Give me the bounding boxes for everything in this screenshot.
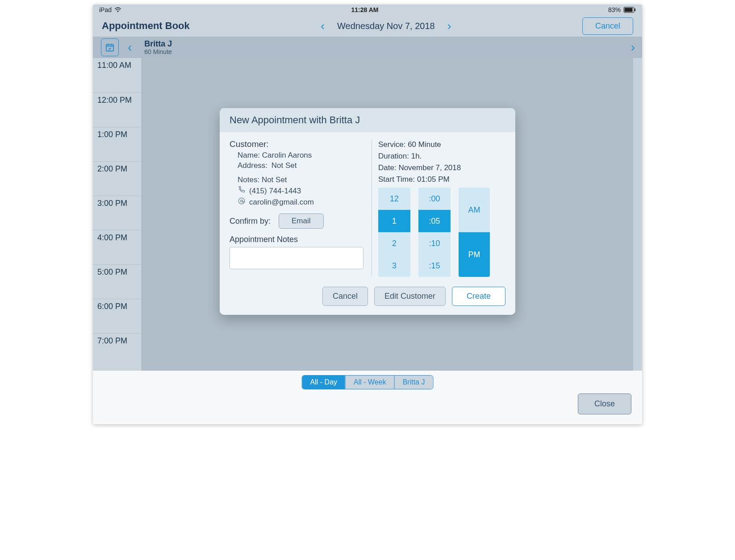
ampm-picker-column[interactable]: AM PM bbox=[459, 188, 490, 277]
time-label: 1:00 PM bbox=[97, 130, 127, 139]
minute-option[interactable]: :10 bbox=[418, 232, 451, 255]
service-label: Service: bbox=[378, 140, 405, 149]
modal-cancel-button[interactable]: Cancel bbox=[322, 287, 368, 306]
ampm-option[interactable]: AM bbox=[459, 188, 490, 232]
svg-point-0 bbox=[117, 12, 118, 13]
segment-staff[interactable]: Britta J bbox=[394, 376, 433, 389]
svg-rect-2 bbox=[624, 8, 632, 12]
edit-customer-button[interactable]: Edit Customer bbox=[374, 287, 446, 306]
hour-option[interactable]: 12 bbox=[378, 188, 410, 210]
time-column: 11:00 AM 12:00 PM 1:00 PM 2:00 PM 3:00 P… bbox=[93, 58, 142, 371]
appointment-notes-label: Appointment Notes bbox=[230, 235, 363, 244]
time-label: 12:00 PM bbox=[97, 96, 132, 105]
confirm-by-label: Confirm by: bbox=[230, 217, 271, 226]
start-time-label: Start Time: bbox=[378, 175, 415, 184]
hour-picker-column[interactable]: 12 1 2 3 bbox=[378, 188, 410, 277]
device-label: iPad bbox=[99, 6, 112, 13]
app-window: iPad 11:28 AM 83% Appointment Book ‹ Wed… bbox=[93, 4, 642, 424]
wifi-icon bbox=[114, 7, 121, 13]
segment-all-day[interactable]: All - Day bbox=[302, 376, 345, 389]
view-segmented: All - Day All - Week Britta J bbox=[302, 375, 434, 389]
svg-rect-4 bbox=[106, 45, 114, 51]
segment-all-week[interactable]: All - Week bbox=[345, 376, 394, 389]
time-label: 3:00 PM bbox=[97, 199, 127, 208]
next-day-button[interactable]: › bbox=[447, 20, 451, 32]
customer-notes: Not Set bbox=[262, 176, 287, 184]
create-button[interactable]: Create bbox=[452, 287, 505, 306]
appointment-notes-input[interactable] bbox=[230, 247, 363, 269]
nav-date: Wednesday Nov 7, 2018 bbox=[337, 21, 435, 31]
prev-day-button[interactable]: ‹ bbox=[321, 20, 325, 32]
hour-option[interactable]: 2 bbox=[378, 232, 410, 255]
minute-option-selected[interactable]: :05 bbox=[418, 210, 451, 232]
duration-value: 1h. bbox=[411, 152, 422, 160]
cancel-button-top[interactable]: Cancel bbox=[582, 17, 633, 35]
customer-address: Not Set bbox=[271, 161, 297, 170]
next-staff-button[interactable]: › bbox=[631, 41, 635, 54]
service-value: 60 Minute bbox=[408, 140, 441, 149]
staff-name: Britta J bbox=[144, 39, 172, 49]
customer-name: Carolin Aarons bbox=[262, 151, 312, 159]
battery-icon bbox=[623, 7, 636, 13]
date-value: November 7, 2018 bbox=[398, 163, 461, 172]
minute-option[interactable]: :00 bbox=[418, 188, 451, 210]
close-button[interactable]: Close bbox=[578, 393, 631, 414]
time-label: 5:00 PM bbox=[97, 267, 127, 277]
page-title: Appointment Book bbox=[102, 20, 190, 32]
name-label: Name: bbox=[238, 151, 260, 159]
calendar-icon-button[interactable] bbox=[101, 38, 119, 56]
staff-header: ‹ Britta J 60 Minute › bbox=[93, 37, 642, 58]
notes-label: Notes: bbox=[238, 176, 259, 184]
customer-phone: (415) 744-1443 bbox=[249, 187, 301, 196]
status-bar: iPad 11:28 AM 83% bbox=[93, 4, 642, 15]
duration-label: Duration: bbox=[378, 152, 409, 160]
battery-percent: 83% bbox=[608, 6, 621, 13]
confirm-method-button[interactable]: Email bbox=[279, 213, 324, 229]
customer-label: Customer: bbox=[230, 139, 363, 149]
hour-option-selected[interactable]: 1 bbox=[378, 210, 410, 232]
email-icon bbox=[238, 197, 246, 207]
svg-rect-3 bbox=[635, 8, 635, 11]
time-label: 6:00 PM bbox=[97, 302, 127, 311]
nav-header: Appointment Book ‹ Wednesday Nov 7, 2018… bbox=[93, 15, 642, 37]
customer-email: carolin@gmail.com bbox=[249, 198, 314, 207]
phone-icon bbox=[238, 186, 246, 196]
modal-title: New Appointment with Britta J bbox=[220, 108, 515, 132]
minute-picker-column[interactable]: :00 :05 :10 :15 bbox=[418, 188, 451, 277]
scroll-track[interactable] bbox=[633, 58, 642, 371]
prev-staff-button[interactable]: ‹ bbox=[128, 41, 132, 54]
ampm-option-selected[interactable]: PM bbox=[459, 232, 490, 277]
date-label: Date: bbox=[378, 163, 397, 172]
time-label: 2:00 PM bbox=[97, 164, 127, 174]
time-label: 11:00 AM bbox=[97, 61, 131, 70]
staff-service: 60 Minute bbox=[144, 48, 172, 55]
minute-option[interactable]: :15 bbox=[418, 255, 451, 277]
address-label: Address: bbox=[238, 161, 267, 170]
hour-option[interactable]: 3 bbox=[378, 255, 410, 277]
time-picker[interactable]: 12 1 2 3 :00 :05 :10 :15 AM PM bbox=[378, 188, 505, 277]
time-label: 4:00 PM bbox=[97, 233, 127, 242]
new-appointment-modal: New Appointment with Britta J Customer: … bbox=[220, 108, 515, 315]
time-label: 7:00 PM bbox=[97, 336, 127, 346]
start-time-value: 01:05 PM bbox=[417, 175, 450, 184]
status-time: 11:28 AM bbox=[351, 6, 379, 13]
